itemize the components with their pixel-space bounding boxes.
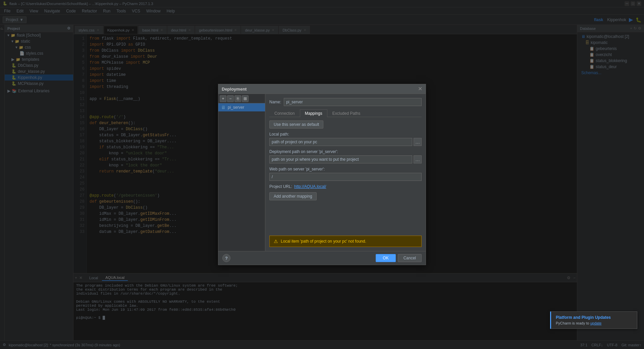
add-mapping-label: Add another mapping	[274, 194, 312, 199]
notification: Platform and Plugin Updates PyCharm is r…	[550, 311, 637, 329]
local-path-browse-button[interactable]: …	[414, 138, 422, 146]
tab-connection-label: Connection	[274, 111, 295, 116]
cancel-button[interactable]: Cancel	[398, 254, 422, 262]
project-url-value: http://AQUA.local/	[294, 184, 326, 189]
tab-connection[interactable]: Connection	[269, 109, 300, 117]
server-name-label: pi_server	[228, 105, 244, 110]
help-button[interactable]: ?	[222, 254, 230, 262]
name-label: Name:	[269, 100, 281, 104]
deployment-path-browse-button[interactable]: …	[414, 155, 422, 163]
notification-body: PyCharm is ready to update	[556, 321, 632, 325]
dialog-spacer	[269, 204, 422, 232]
deployment-path-input[interactable]	[269, 155, 412, 163]
web-path-row	[269, 173, 422, 181]
dialog-tabs: Connection Mappings Excluded Paths	[269, 109, 422, 117]
server-icon: 🖥	[221, 105, 226, 110]
local-path-input[interactable]	[269, 138, 412, 146]
ok-label: OK	[383, 256, 388, 260]
project-url-label: Project URL:	[269, 184, 292, 189]
warning-text: Local item 'path of project on your pc' …	[281, 239, 366, 244]
dialog-content: Name: Connection Mappings Excluded Paths	[265, 94, 426, 251]
server-list: + − ⎘ ⊞ 🖥 pi_server	[218, 94, 265, 251]
web-path-input[interactable]	[269, 173, 422, 181]
local-path-label: Local path:	[269, 132, 422, 137]
notification-title: Platform and Plugin Updates	[556, 315, 632, 320]
tab-excluded-paths[interactable]: Excluded Paths	[327, 109, 365, 117]
project-url-row: Project URL: http://AQUA.local/	[269, 184, 422, 189]
tab-mappings-label: Mappings	[305, 111, 322, 116]
tab-excluded-label: Excluded Paths	[332, 111, 360, 116]
dialog-title: Deployment	[222, 87, 247, 92]
server-list-toolbar: + − ⎘ ⊞	[218, 94, 265, 103]
use-default-button[interactable]: Use this server as default	[269, 120, 323, 129]
dialog-close-button[interactable]: ✕	[418, 86, 422, 92]
dialog-footer: ? OK Cancel	[218, 251, 426, 265]
deployment-path-label: Deployment path on server 'pi_server':	[269, 149, 422, 154]
add-mapping-button[interactable]: Add another mapping	[269, 192, 317, 200]
ok-button[interactable]: OK	[376, 254, 395, 262]
dialog-footer-buttons: OK Cancel	[376, 254, 422, 262]
web-path-block: Web path on server 'pi_server':	[269, 167, 422, 181]
warning-icon: ⚠	[274, 239, 278, 244]
deployment-path-row: …	[269, 155, 422, 163]
server-copy-button[interactable]: ⎘	[234, 95, 241, 102]
use-default-label: Use this server as default	[274, 122, 319, 127]
deployment-path-block: Deployment path on server 'pi_server': …	[269, 149, 422, 163]
name-input[interactable]	[284, 98, 422, 106]
deployment-dialog: Deployment ✕ + − ⎘ ⊞ 🖥 pi_server	[218, 84, 426, 265]
local-path-block: Local path: …	[269, 132, 422, 146]
notification-text: PyCharm is ready to	[556, 321, 590, 325]
notification-update-link[interactable]: update	[590, 321, 602, 325]
server-remove-button[interactable]: −	[227, 95, 234, 102]
dialog-body: + − ⎘ ⊞ 🖥 pi_server Name:	[218, 94, 426, 251]
use-default-row: Use this server as default	[269, 120, 422, 129]
warning-message: ⚠ Local item 'path of project on your pc…	[269, 236, 422, 247]
server-group-button[interactable]: ⊞	[242, 95, 249, 102]
modal-overlay: Deployment ✕ + − ⎘ ⊞ 🖥 pi_server	[0, 0, 644, 349]
server-pi-server[interactable]: 🖥 pi_server	[218, 103, 265, 111]
web-path-label: Web path on server 'pi_server':	[269, 167, 422, 171]
server-add-button[interactable]: +	[220, 95, 226, 102]
cancel-label: Cancel	[404, 256, 416, 260]
help-label: ?	[225, 256, 228, 261]
add-mapping-row: Add another mapping	[269, 192, 422, 200]
dialog-title-bar: Deployment ✕	[218, 84, 426, 94]
name-row: Name:	[269, 98, 422, 106]
local-path-row: …	[269, 138, 422, 146]
tab-mappings[interactable]: Mappings	[300, 109, 327, 117]
